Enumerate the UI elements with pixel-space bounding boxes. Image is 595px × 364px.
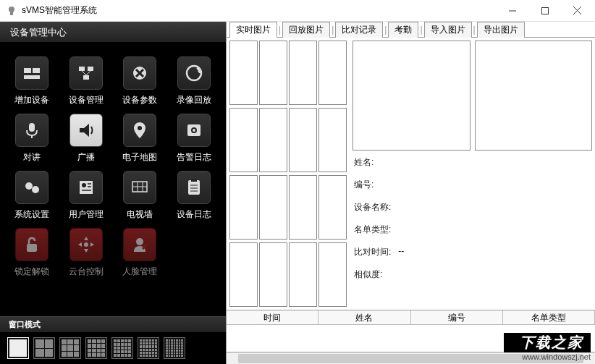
compare-time-label: 比对时间:: [354, 246, 391, 258]
nav-label: 云台控制: [69, 266, 104, 278]
nav-face-mgmt[interactable]: 人脸管理: [115, 228, 165, 278]
broadcast-icon: [69, 114, 103, 147]
table-body: [227, 325, 595, 352]
thumb[interactable]: [289, 41, 317, 105]
table-header: 时间姓名编号名单类型: [227, 310, 595, 325]
playback-icon: [177, 56, 211, 90]
preview-right[interactable]: [475, 41, 593, 151]
thumb[interactable]: [229, 175, 258, 240]
layout-2x2[interactable]: [33, 337, 55, 359]
nav-label: 电子地图: [122, 151, 157, 164]
svg-point-27: [32, 186, 39, 193]
lock-icon: [15, 228, 48, 261]
alarm-log-icon: [177, 114, 211, 147]
nav-add-device[interactable]: 增加设备: [7, 56, 57, 106]
svg-point-0: [9, 7, 14, 12]
close-button[interactable]: [561, 1, 594, 21]
layout-7x7[interactable]: [164, 337, 185, 359]
tab-3[interactable]: 考勤: [388, 22, 418, 38]
tab-1[interactable]: 回放图片: [282, 22, 330, 38]
col-header[interactable]: 编号: [411, 310, 503, 324]
thumb[interactable]: [289, 175, 317, 240]
nav-label: 设备参数: [122, 94, 157, 106]
nav-intercom[interactable]: 对讲: [7, 114, 57, 164]
thumb[interactable]: [289, 108, 317, 172]
thumb[interactable]: [318, 41, 347, 105]
nav-user-mgmt[interactable]: 用户管理: [62, 171, 111, 221]
nav-label: 对讲: [23, 151, 41, 164]
nav-label: 锁定解锁: [14, 266, 49, 278]
thumb[interactable]: [259, 41, 287, 105]
content-area: 实时图片|回放图片|比对记录|考勤|导入图片|导出图片 姓名: 编号: [226, 22, 595, 364]
nav-label: 增加设备: [14, 94, 49, 106]
device-mgmt-icon: [69, 56, 103, 90]
results-table: 时间姓名编号名单类型: [227, 310, 595, 364]
svg-rect-19: [29, 123, 35, 132]
thumb[interactable]: [318, 242, 347, 307]
thumb[interactable]: [229, 242, 258, 307]
svg-marker-45: [84, 249, 88, 253]
svg-point-43: [84, 242, 88, 247]
svg-rect-28: [80, 181, 93, 194]
thumb[interactable]: [318, 108, 347, 172]
layout-6x6[interactable]: [138, 337, 159, 359]
emap-icon: [123, 114, 156, 147]
tab-0[interactable]: 实时图片: [229, 22, 277, 38]
sidebar-header: 设备管理中心: [0, 22, 226, 42]
nav-lock[interactable]: 锁定解锁: [7, 228, 57, 278]
similarity-label: 相似度:: [354, 268, 382, 281]
layout-1x1[interactable]: [7, 337, 29, 359]
tab-4[interactable]: 导入图片: [424, 22, 472, 38]
face-mgmt-icon: [123, 228, 156, 261]
thumb[interactable]: [318, 175, 347, 240]
thumbnail-grid: [227, 38, 350, 310]
minimize-button[interactable]: [496, 1, 528, 21]
thumb[interactable]: [289, 242, 317, 307]
nav-device-mgmt[interactable]: 设备管理: [62, 56, 111, 106]
user-mgmt-icon: [69, 171, 103, 204]
device-params-icon: [123, 56, 156, 90]
thumb[interactable]: [259, 175, 287, 240]
maximize-button[interactable]: [528, 1, 561, 21]
svg-rect-42: [27, 244, 37, 252]
svg-rect-6: [24, 68, 31, 73]
nav-playback[interactable]: 录像回放: [169, 56, 219, 106]
svg-point-29: [82, 183, 86, 187]
nav-emap[interactable]: 电子地图: [115, 114, 165, 164]
layout-3x3[interactable]: [59, 337, 81, 359]
preview-left[interactable]: [353, 41, 470, 151]
tab-5[interactable]: 导出图片: [477, 22, 525, 38]
col-header[interactable]: 姓名: [318, 310, 410, 324]
details-panel: 姓名: 编号: 设备名称: 名单类型: 比对时间: -- 相似度:: [350, 153, 595, 310]
horizontal-scrollbar[interactable]: [227, 352, 595, 364]
svg-point-26: [25, 182, 33, 190]
window-modes: [0, 332, 226, 364]
layout-4x4[interactable]: [85, 337, 107, 359]
svg-marker-47: [90, 242, 94, 247]
thumb[interactable]: [259, 242, 287, 307]
tabs: 实时图片|回放图片|比对记录|考勤|导入图片|导出图片: [227, 22, 595, 38]
nav-label: 告警日志: [177, 151, 211, 164]
col-header[interactable]: 名单类型: [503, 310, 595, 324]
thumb[interactable]: [229, 41, 258, 105]
layout-5x5[interactable]: [111, 337, 133, 359]
nav-ptz[interactable]: 云台控制: [62, 228, 111, 278]
thumb[interactable]: [229, 108, 258, 172]
nav-device-params[interactable]: 设备参数: [115, 56, 165, 106]
device-name-label: 设备名称:: [354, 201, 391, 213]
titlebar: sVMS智能管理系统: [0, 0, 595, 22]
nav-label: 系统设置: [14, 208, 49, 221]
nav-broadcast[interactable]: 广播: [62, 114, 111, 164]
svg-rect-1: [10, 12, 13, 15]
svg-point-25: [193, 129, 195, 132]
nav-alarm-log[interactable]: 告警日志: [169, 114, 219, 164]
thumb[interactable]: [259, 108, 287, 172]
tv-wall-icon: [123, 171, 156, 204]
nav-tv-wall[interactable]: 电视墙: [115, 171, 165, 221]
nav-sys-settings[interactable]: 系统设置: [7, 171, 57, 221]
svg-rect-3: [541, 7, 548, 14]
nav-device-log[interactable]: 设备日志: [169, 171, 219, 221]
tab-2[interactable]: 比对记录: [335, 22, 383, 38]
app-icon: [6, 5, 17, 17]
col-header[interactable]: 时间: [227, 310, 318, 324]
